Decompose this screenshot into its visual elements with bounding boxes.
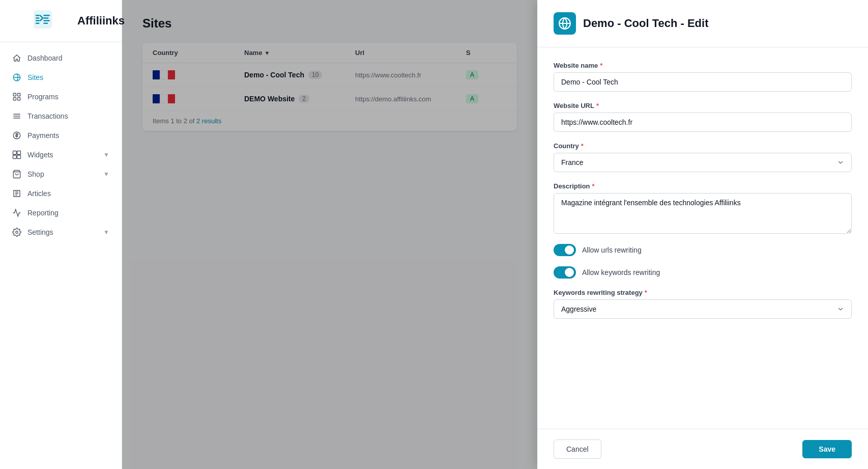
svg-rect-8 (17, 151, 21, 155)
svg-rect-0 (34, 10, 52, 29)
country-group: Country * France United Kingdom Germany … (554, 142, 852, 172)
shop-icon (12, 170, 21, 179)
allow-keywords-rewriting-row: Allow keywords rewriting (554, 266, 852, 279)
sidebar-label-sites: Sites (27, 73, 43, 81)
sidebar-item-reporting[interactable]: Reporting (0, 203, 122, 223)
sidebar-item-programs[interactable]: Programs (0, 87, 122, 106)
sidebar-label-transactions: Transactions (27, 112, 68, 120)
required-asterisk: * (600, 62, 602, 69)
logo: Affiliinks (12, 10, 109, 32)
svg-rect-10 (17, 155, 21, 159)
logo-area: Affiliinks (0, 0, 122, 42)
description-textarea[interactable]: Magazine intégrant l'ensemble des techno… (554, 193, 852, 234)
sidebar-item-payments[interactable]: Payments (0, 126, 122, 145)
sidebar-item-transactions[interactable]: Transactions (0, 106, 122, 126)
sidebar-item-articles[interactable]: Articles (0, 184, 122, 203)
panel-body: Website name * Website URL * Country * F… (537, 47, 868, 429)
panel-header: Demo - Cool Tech - Edit (537, 0, 868, 47)
sidebar-label-reporting: Reporting (27, 209, 59, 217)
website-name-group: Website name * (554, 62, 852, 92)
svg-rect-7 (13, 151, 17, 155)
home-icon (12, 53, 21, 63)
svg-point-11 (16, 231, 18, 234)
sidebar-label-articles: Articles (27, 189, 51, 198)
sidebar-item-shop[interactable]: Shop ▼ (0, 164, 122, 184)
sidebar-label-shop: Shop (27, 170, 44, 178)
required-asterisk: * (596, 102, 599, 109)
required-asterisk: * (592, 182, 595, 190)
sidebar-label-dashboard: Dashboard (27, 54, 63, 62)
logo-icon (12, 10, 73, 32)
website-url-label: Website URL * (554, 102, 852, 109)
keywords-strategy-group: Keywords rewriting strategy * Aggressive… (554, 289, 852, 319)
transactions-icon (12, 112, 21, 121)
sidebar-label-widgets: Widgets (27, 151, 53, 159)
cancel-button[interactable]: Cancel (554, 439, 601, 459)
country-label: Country * (554, 142, 852, 150)
required-asterisk: * (645, 289, 647, 296)
sidebar-item-settings[interactable]: Settings ▼ (0, 223, 122, 242)
sidebar-item-dashboard[interactable]: Dashboard (0, 48, 122, 68)
website-name-label: Website name * (554, 62, 852, 69)
allow-urls-rewriting-label: Allow urls rewriting (582, 246, 642, 254)
sidebar-nav: Dashboard Sites Programs Transactions (0, 42, 122, 248)
sidebar: Affiliinks Dashboard Sites Programs (0, 0, 122, 469)
allow-urls-rewriting-toggle[interactable] (554, 244, 576, 256)
overlay (122, 0, 537, 469)
sidebar-label-programs: Programs (27, 93, 59, 101)
description-group: Description * Magazine intégrant l'ensem… (554, 182, 852, 234)
main-content: Sites Country Name ▼ Url S (122, 0, 537, 469)
edit-panel: Demo - Cool Tech - Edit Website name * W… (537, 0, 868, 469)
panel-icon (554, 12, 576, 35)
keywords-strategy-label: Keywords rewriting strategy * (554, 289, 852, 296)
keywords-strategy-select[interactable]: Aggressive Moderate Conservative (554, 299, 852, 319)
panel-footer: Cancel Save (537, 429, 868, 469)
allow-keywords-rewriting-toggle[interactable] (554, 266, 576, 279)
svg-rect-9 (13, 155, 17, 159)
toggle-slider-urls (554, 244, 576, 256)
allow-urls-rewriting-row: Allow urls rewriting (554, 244, 852, 256)
articles-icon (12, 189, 21, 198)
website-name-input[interactable] (554, 72, 852, 92)
svg-rect-4 (13, 98, 16, 100)
description-label: Description * (554, 182, 852, 190)
sidebar-label-settings: Settings (27, 228, 53, 236)
sidebar-item-widgets[interactable]: Widgets ▼ (0, 145, 122, 164)
sidebar-item-sites[interactable]: Sites (0, 68, 122, 87)
settings-icon (12, 228, 21, 237)
toggle-slider-keywords (554, 266, 576, 279)
logo-text: Affiliinks (77, 14, 125, 27)
chevron-down-icon: ▼ (103, 229, 109, 236)
panel-title: Demo - Cool Tech - Edit (583, 17, 708, 30)
reporting-icon (12, 208, 21, 217)
svg-rect-2 (13, 93, 16, 96)
svg-rect-5 (18, 98, 20, 100)
website-url-input[interactable] (554, 113, 852, 132)
chevron-down-icon: ▼ (103, 171, 109, 178)
sidebar-label-payments: Payments (27, 131, 59, 140)
save-button[interactable]: Save (802, 440, 852, 458)
chevron-down-icon: ▼ (103, 151, 109, 158)
country-select[interactable]: France United Kingdom Germany Spain Ital… (554, 153, 852, 172)
widgets-icon (12, 150, 21, 159)
allow-keywords-rewriting-label: Allow keywords rewriting (582, 268, 660, 277)
svg-rect-3 (18, 93, 20, 96)
sites-icon (12, 73, 21, 82)
payments-icon (12, 131, 21, 140)
website-url-group: Website URL * (554, 102, 852, 132)
required-asterisk: * (581, 142, 584, 150)
programs-icon (12, 92, 21, 101)
